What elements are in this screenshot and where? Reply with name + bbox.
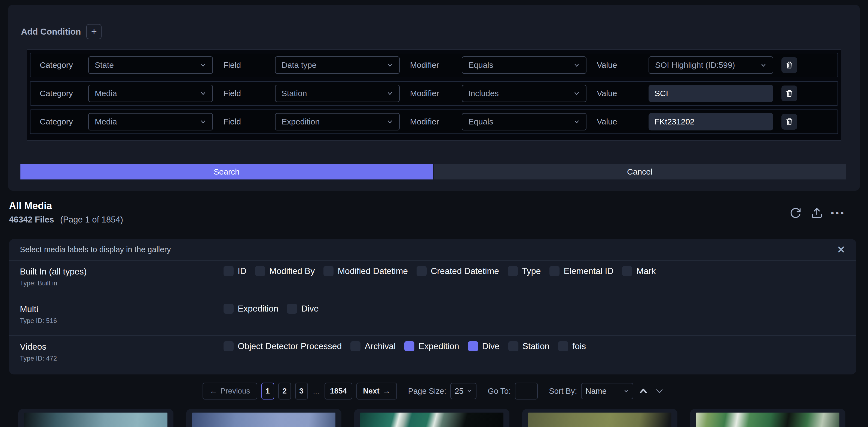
checkbox[interactable] (416, 266, 427, 276)
checkbox-option[interactable]: Mark (622, 266, 656, 276)
media-thumbnail-card[interactable] (18, 409, 174, 427)
checkbox-label: ID (238, 266, 246, 276)
modifier-select[interactable]: Equals (462, 56, 586, 74)
page-button-1[interactable]: 1 (261, 383, 274, 399)
delete-condition-button[interactable] (781, 114, 797, 130)
close-icon[interactable]: ✕ (837, 245, 845, 255)
upload-button[interactable] (810, 206, 823, 219)
checkbox-option[interactable]: Created Datetime (416, 266, 499, 276)
checkbox[interactable] (223, 266, 234, 276)
goto-page-input[interactable] (515, 383, 538, 399)
checkbox-option[interactable]: Type (508, 266, 541, 276)
checkbox-option[interactable]: Station (508, 341, 550, 351)
search-button[interactable]: Search (21, 164, 433, 179)
page-button-3[interactable]: 3 (295, 383, 308, 399)
checkbox[interactable] (508, 341, 518, 351)
checkbox-option[interactable]: Expedition (404, 341, 459, 351)
page-button-last[interactable]: 1854 (324, 383, 352, 399)
next-page-button[interactable]: Next → (356, 383, 397, 399)
category-select[interactable]: Media (88, 85, 213, 102)
checkbox-label: Object Detector Processed (238, 341, 342, 351)
checkbox-label: Type (522, 266, 541, 276)
more-options-button[interactable]: ••• (832, 206, 845, 219)
checkbox-option[interactable]: Modified By (255, 266, 315, 276)
checkbox-option[interactable]: Elemental ID (550, 266, 613, 276)
checkbox[interactable] (468, 341, 478, 351)
chevron-down-icon (386, 63, 393, 67)
pagination-bar: ← Previous 1 2 3 ... 1854 Next → Page Si… (0, 383, 868, 399)
modifier-select[interactable]: Equals (462, 113, 586, 130)
group-subtitle: Type ID: 516 (20, 317, 57, 325)
delete-condition-button[interactable] (781, 57, 797, 73)
group-title: Built In (all types) (20, 267, 87, 277)
media-labels-panel: Select media labels to display in the ga… (9, 239, 856, 374)
sort-descending-button[interactable] (653, 385, 665, 397)
page-size-select[interactable]: 25 (450, 383, 476, 399)
page-button-2[interactable]: 2 (278, 383, 291, 399)
checkbox-label: Archival (365, 341, 396, 351)
arrow-right-icon: → (383, 387, 391, 395)
checkbox[interactable] (622, 266, 632, 276)
checkbox-label: Dive (301, 304, 318, 314)
checkbox[interactable] (323, 266, 334, 276)
field-select[interactable]: Expedition (275, 113, 400, 130)
media-thumbnail-card[interactable] (354, 409, 509, 427)
category-select[interactable]: State (88, 56, 213, 74)
category-select[interactable]: Media (88, 113, 213, 130)
checkbox[interactable] (550, 266, 560, 276)
modifier-select-value: Includes (468, 89, 499, 98)
checkbox[interactable] (223, 341, 234, 351)
checkbox[interactable] (255, 266, 265, 276)
checkbox-label: Dive (482, 341, 500, 351)
refresh-button[interactable] (789, 206, 802, 219)
trash-icon (785, 117, 794, 126)
chevron-down-icon (200, 63, 206, 67)
media-thumbnail-card[interactable] (522, 409, 677, 427)
media-count-line: 46342 Files (Page 1 of 1854) (9, 215, 123, 225)
previous-page-button[interactable]: ← Previous (203, 383, 257, 399)
checkbox-option[interactable]: ID (223, 266, 246, 276)
condition-row: Category Media Field Station Modifier In… (30, 81, 838, 106)
page-size-label: Page Size: (408, 387, 446, 396)
group-options: ID Modified By Modified Datetime Created… (223, 266, 844, 276)
media-thumbnail-card[interactable] (186, 409, 341, 427)
checkbox-option[interactable]: Object Detector Processed (223, 341, 342, 351)
delete-condition-button[interactable] (781, 86, 797, 101)
sort-ascending-button[interactable] (638, 385, 649, 397)
category-select-value: Media (95, 89, 117, 98)
sort-by-value: Name (585, 387, 606, 396)
field-select-value: Station (282, 89, 307, 98)
value-label: Value (586, 117, 649, 126)
value-select[interactable]: SOI Highlight (ID:599) (649, 56, 773, 74)
add-condition-button[interactable]: + (86, 24, 101, 39)
sort-by-select[interactable]: Name (581, 383, 633, 399)
checkbox[interactable] (287, 304, 297, 314)
value-input[interactable] (649, 113, 773, 130)
modifier-select[interactable]: Includes (462, 85, 586, 102)
checkbox-label: fois (572, 341, 586, 351)
media-thumbnail-card[interactable] (690, 409, 845, 427)
checkbox-option[interactable]: fois (558, 341, 586, 351)
add-condition-row: Add Condition + (21, 24, 101, 39)
trash-icon (785, 61, 794, 69)
field-select[interactable]: Data type (275, 56, 400, 74)
checkbox[interactable] (558, 341, 568, 351)
checkbox-option[interactable]: Expedition (223, 304, 278, 314)
page-size-value: 25 (455, 387, 463, 396)
checkbox-option[interactable]: Dive (287, 304, 318, 314)
goto-label: Go To: (488, 387, 511, 396)
checkbox-option[interactable]: Modified Datetime (323, 266, 408, 276)
checkbox-option[interactable]: Archival (350, 341, 396, 351)
group-subtitle: Type: Built in (20, 279, 87, 287)
field-select[interactable]: Station (275, 85, 400, 102)
checkbox[interactable] (350, 341, 361, 351)
checkbox-option[interactable]: Dive (468, 341, 500, 351)
previous-label: Previous (221, 387, 250, 395)
checkbox[interactable] (508, 266, 518, 276)
value-input[interactable] (649, 85, 773, 102)
chevron-down-icon (574, 91, 580, 96)
upload-icon (811, 207, 823, 219)
cancel-button[interactable]: Cancel (434, 164, 846, 179)
checkbox[interactable] (223, 304, 234, 314)
checkbox[interactable] (404, 341, 414, 351)
